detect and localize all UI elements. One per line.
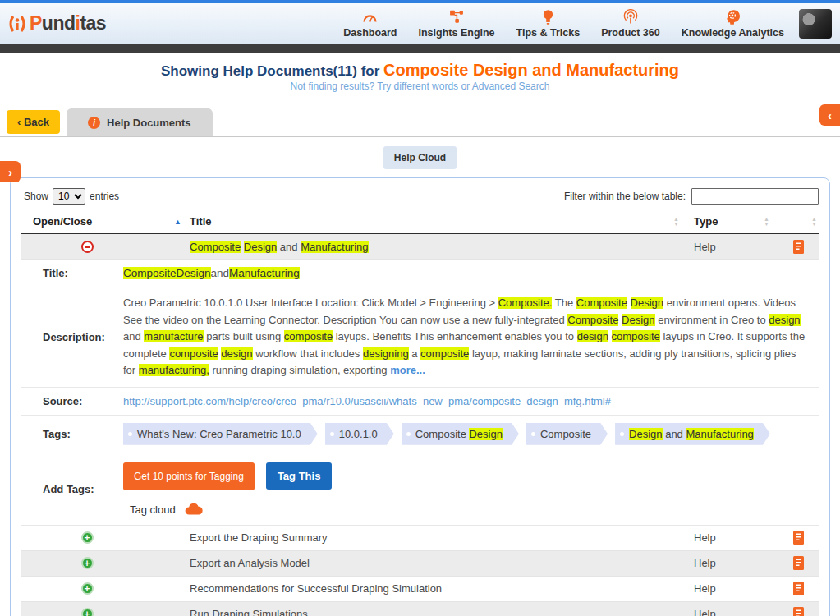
column-header-doc[interactable]: ▲▼ <box>778 217 819 226</box>
search-query-text: Composite Design and Manufacturing <box>383 61 679 79</box>
tag-chip[interactable]: Composite Design <box>402 423 519 445</box>
tag-chip[interactable]: 10.0.1.0 <box>325 423 394 445</box>
tag-this-button[interactable]: Tag This <box>266 462 332 490</box>
nav-item-tips-tricks[interactable]: Tips & Tricks <box>516 9 581 39</box>
row-title: Export an Analysis Model <box>190 557 687 569</box>
nav-item-dashboard[interactable]: Dashboard <box>343 9 397 39</box>
column-header-open-close[interactable]: Open/Close ▲ <box>21 215 190 228</box>
results-panel: Show 10 entries Filter within the below … <box>10 177 830 616</box>
table-row[interactable]: +Run Draping SimulationsHelp <box>21 602 819 616</box>
nav-item-label: Tips & Tricks <box>516 27 581 39</box>
page-title: Showing Help Documents(11) for Composite… <box>0 61 840 80</box>
tags-list: What's New: Creo Parametric 10.010.0.1.0… <box>123 423 770 445</box>
row-type: Help <box>687 582 778 595</box>
expand-row-icon[interactable]: + <box>81 582 94 595</box>
table-row[interactable]: +Export an Analysis ModelHelp <box>21 551 819 577</box>
tag-chip[interactable]: What's New: Creo Parametric 10.0 <box>123 423 318 445</box>
insights-engine-icon <box>448 9 465 25</box>
punditas-logo-icon <box>8 13 26 34</box>
document-icon[interactable] <box>778 607 819 616</box>
app-header: Punditas DashboardInsights EngineTips & … <box>0 3 840 44</box>
column-header-title[interactable]: Title ▲▼ <box>190 215 687 228</box>
dashboard-icon <box>361 9 379 25</box>
tab-bar: ‹ Back i Help Documents <box>0 107 840 137</box>
row-title: Recommendations for Successful Draping S… <box>190 582 687 595</box>
help-cloud-button[interactable]: Help Cloud <box>383 146 457 169</box>
row-type: Help <box>687 531 778 544</box>
user-avatar[interactable] <box>799 9 832 39</box>
nav-item-label: Insights Engine <box>419 27 495 39</box>
table-body-rows: +Export the Draping SummaryHelp+Export a… <box>21 526 819 616</box>
nav-item-label: Dashboard <box>343 27 397 39</box>
dark-divider-bar <box>0 44 840 53</box>
page-size-select[interactable]: 10 <box>53 188 85 205</box>
sort-asc-icon: ▲ <box>174 218 181 226</box>
nav-item-knowledge-analytics[interactable]: Knowledge Analytics <box>682 9 784 39</box>
table-controls: Show 10 entries Filter within the below … <box>21 188 819 205</box>
table-row[interactable]: +Export the Draping SummaryHelp <box>21 526 819 551</box>
detail-title-value: Composite Design and Manufacturing <box>123 267 819 279</box>
document-icon[interactable] <box>778 240 819 254</box>
expand-row-icon[interactable]: + <box>81 608 94 616</box>
source-link[interactable]: http://support.ptc.com/help/creo/creo_pm… <box>123 395 611 407</box>
document-icon[interactable] <box>778 531 819 545</box>
tag-chip[interactable]: Design and Manufacturing <box>615 423 770 445</box>
back-button[interactable]: ‹ Back <box>7 110 60 134</box>
punditas-logo[interactable]: Punditas <box>8 12 106 34</box>
lightbulb-icon <box>543 9 553 25</box>
detail-title-field: Title: Composite Design and Manufacturin… <box>21 260 819 287</box>
expand-left-panel-tab[interactable]: › <box>0 161 21 182</box>
detail-description-label: Description: <box>21 295 123 379</box>
tag-cloud-toggle[interactable]: Tag cloud <box>123 503 332 517</box>
document-icon[interactable] <box>778 556 819 570</box>
row-type: Help <box>687 241 778 253</box>
punditas-wordmark: Punditas <box>30 12 106 34</box>
filter-input[interactable] <box>691 188 819 205</box>
row-type: Help <box>687 608 778 616</box>
expand-row-icon[interactable]: + <box>81 557 94 569</box>
column-header-type[interactable]: Type ▲▼ <box>687 215 778 228</box>
detail-add-tags-field: Add Tags: Get 10 points for Tagging Tag … <box>21 453 819 526</box>
sort-icon: ▲▼ <box>811 217 817 226</box>
expand-row-icon[interactable]: + <box>81 531 94 544</box>
nav-item-insights-engine[interactable]: Insights Engine <box>419 9 495 39</box>
detail-tags-field: Tags: What's New: Creo Parametric 10.010… <box>21 416 819 453</box>
knowledge-head-icon <box>724 9 741 25</box>
broadcast-icon <box>622 9 639 25</box>
get-points-for-tagging-button[interactable]: Get 10 points for Tagging <box>123 462 255 490</box>
sort-icon: ▲▼ <box>673 217 679 226</box>
page-subtitle: Not finding results? Try different words… <box>0 80 840 92</box>
row-detail-block: Title: Composite Design and Manufacturin… <box>21 260 819 526</box>
detail-title-label: Title: <box>21 267 123 279</box>
document-icon[interactable] <box>778 582 819 595</box>
table-row[interactable]: +Recommendations for Successful Draping … <box>21 577 819 602</box>
detail-description-field: Description: Creo Parametric 10.0.1.0 Us… <box>21 287 819 388</box>
row-title: Run Draping Simulations <box>190 608 687 616</box>
chevron-right-icon: › <box>8 165 12 179</box>
table-header-row: Open/Close ▲ Title ▲▼ Type ▲▼ ▲▼ <box>21 212 819 234</box>
collapse-row-icon[interactable] <box>81 241 94 253</box>
cloud-icon <box>183 503 204 517</box>
results-hero: Showing Help Documents(11) for Composite… <box>0 53 840 95</box>
row-type: Help <box>687 557 778 569</box>
nav-item-product-360[interactable]: Product 360 <box>601 9 660 39</box>
more-link[interactable]: more... <box>390 362 425 379</box>
tab-help-documents[interactable]: i Help Documents <box>67 108 213 136</box>
page-size-control: Show 10 entries <box>21 188 119 205</box>
filter-control: Filter within the below table: <box>564 188 819 205</box>
sort-icon: ▲▼ <box>764 217 769 226</box>
tag-chip[interactable]: Composite <box>526 423 608 445</box>
main-nav: DashboardInsights EngineTips & TricksPro… <box>343 9 799 39</box>
detail-source-label: Source: <box>21 395 123 407</box>
row-title: Composite Design and Manufacturing <box>190 241 687 253</box>
add-tags-label: Add Tags: <box>21 461 123 517</box>
nav-item-label: Product 360 <box>601 27 660 39</box>
detail-source-field: Source: http://support.ptc.com/help/creo… <box>21 388 819 416</box>
info-icon: i <box>88 117 100 129</box>
nav-item-label: Knowledge Analytics <box>682 27 784 39</box>
filter-label: Filter within the below table: <box>564 191 686 202</box>
detail-description-value: Creo Parametric 10.0.1.0 User Interface … <box>123 295 819 379</box>
table-row-expanded[interactable]: Composite Design and Manufacturing Help <box>21 234 819 260</box>
collapse-right-panel-tab[interactable]: ‹ <box>819 104 840 126</box>
detail-tags-label: Tags: <box>21 423 123 445</box>
